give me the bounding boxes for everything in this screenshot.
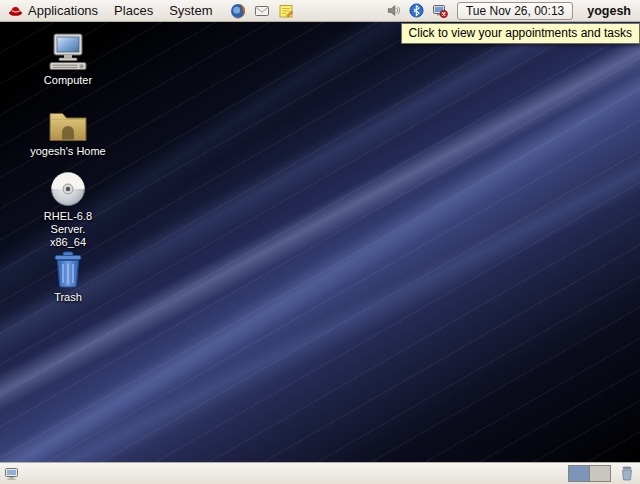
notes-icon [278,3,294,19]
show-desktop-button[interactable] [0,463,23,484]
desktop-icon-label: Trash [54,291,82,304]
menu-system[interactable]: System [161,0,220,21]
notes-launcher[interactable] [274,3,298,19]
desktop-icon-label: Computer [44,74,92,87]
workspace-1[interactable] [569,466,590,481]
menu-label: Applications [28,3,98,18]
firefox-icon [230,3,246,19]
menu-places[interactable]: Places [106,0,161,21]
workspace-switcher [568,465,611,482]
network-applet[interactable] [428,0,452,21]
user-switcher-applet[interactable]: yogesh [578,4,640,18]
firefox-launcher[interactable] [226,3,250,19]
mail-icon [254,3,270,19]
volume-icon [386,3,401,18]
desktop-icon-dvd[interactable]: RHEL-6.8 Server. x86_64 [25,171,111,250]
desktop-wallpaper[interactable]: Computer yogesh's Home [0,21,640,463]
panel-launchers [226,3,298,19]
bluetooth-applet[interactable] [405,0,428,21]
clock-applet[interactable]: Tue Nov 26, 00:13 [457,2,573,20]
top-panel: Applications Places System [0,0,640,22]
menu-label: System [169,3,212,18]
menu-label: Places [114,3,153,18]
trash-icon [52,251,84,288]
desktop-icon-label: RHEL-6.8 Server. x86_64 [25,210,111,250]
desktop-screen: Applications Places System [0,0,640,484]
computer-icon [47,33,89,71]
network-icon [432,3,448,19]
redhat-icon [8,3,23,18]
workspace-2[interactable] [590,466,610,481]
menu-applications[interactable]: Applications [0,0,106,21]
trash-applet[interactable] [616,463,638,484]
show-desktop-icon [4,466,19,481]
desktop-icon-label: yogesh's Home [30,145,105,158]
desktop-icon-home[interactable]: yogesh's Home [25,109,111,158]
mail-launcher[interactable] [250,3,274,19]
volume-applet[interactable] [382,0,405,21]
trash-applet-icon [620,466,634,481]
clock-tooltip: Click to view your appointments and task… [401,23,640,44]
dvd-disc-icon [50,171,86,207]
desktop-icon-trash[interactable]: Trash [25,251,111,304]
desktop-icon-computer[interactable]: Computer [25,33,111,87]
bottom-panel [0,462,640,484]
home-folder-icon [48,109,88,142]
bluetooth-icon [409,3,424,18]
